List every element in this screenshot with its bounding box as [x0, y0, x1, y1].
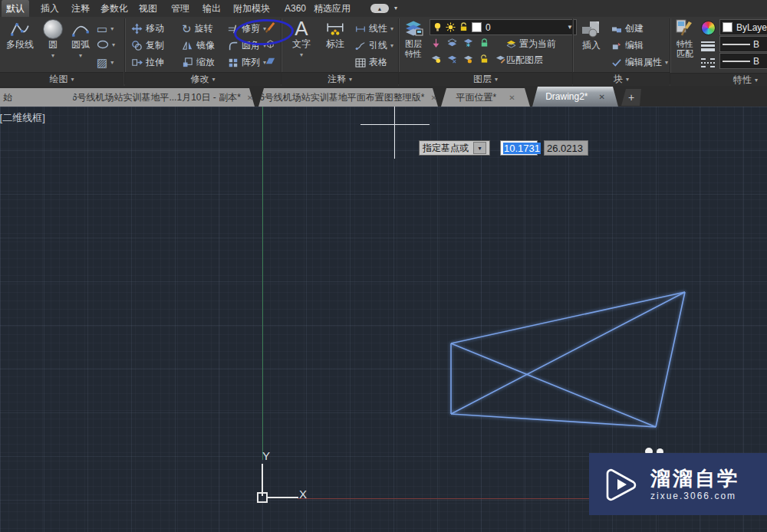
circle-button[interactable]: 圆 ▾	[41, 19, 64, 61]
object-color-dropdown[interactable]: ByLayer	[719, 19, 767, 35]
lineweight-dropdown[interactable]: B	[719, 36, 767, 52]
mirror-button[interactable]: 镜像	[182, 39, 215, 52]
panel-draw: 多段线 圆 ▾ 圆弧 ▾ ▭ ▾ ▾ ▨	[0, 17, 123, 86]
dimension-button[interactable]: 标注	[320, 18, 351, 49]
close-icon[interactable]: ✕	[430, 94, 436, 102]
set-current-button[interactable]: 置为当前	[506, 38, 556, 51]
new-tab-button[interactable]: +	[621, 89, 641, 106]
trim-button[interactable]: 修剪 ▾	[228, 22, 266, 35]
hatch-tool-button[interactable]: ▨ ▾	[97, 57, 114, 68]
menu-tab-addins[interactable]: 附加模块	[229, 0, 275, 17]
menu-tab-featured[interactable]: 精选应用	[309, 0, 355, 17]
move-button[interactable]: 移动	[131, 22, 164, 35]
linear-dim-icon	[355, 25, 366, 34]
ucs-origin-box	[257, 492, 268, 503]
region-icon	[265, 55, 276, 67]
layer-walk-icon[interactable]	[447, 54, 457, 64]
ellipse-icon	[97, 40, 109, 49]
panel-annotate: A 文字 ▾ 标注 线性 ▾ 引线 ▾	[281, 17, 398, 86]
layers-icon	[403, 18, 423, 38]
arc-button[interactable]: 圆弧 ▾	[67, 19, 94, 61]
match-properties-button[interactable]: 特性 匹配	[672, 18, 698, 58]
match-layer-button[interactable]: 匹配图层	[506, 54, 543, 67]
rectangle-tool-button[interactable]: ▭ ▾	[97, 23, 114, 34]
layer-freeze-icon[interactable]	[463, 38, 473, 48]
drawing-canvas[interactable]: ][二维线框] 指定基点或 ▾ 10.1731 26.0213 Y X	[0, 107, 767, 532]
menu-tab-a360[interactable]: A360	[280, 0, 311, 17]
set-current-icon	[506, 39, 516, 49]
layer-match-icon[interactable]	[495, 54, 505, 64]
linetype-dropdown[interactable]: B	[719, 53, 767, 69]
close-icon[interactable]: ✕	[598, 93, 604, 101]
leader-button[interactable]: 引线 ▾	[355, 39, 393, 52]
rotate-icon: ↻	[182, 23, 192, 34]
file-tab-2[interactable]: 6号线机场站实训基地平面布置图整理版* ✕	[258, 88, 438, 107]
ucs-x-label: X	[299, 488, 307, 501]
stretch-button[interactable]: 拉伸	[131, 56, 164, 69]
ribbon-collapse-caret[interactable]: ▾	[390, 0, 402, 17]
dimension-icon	[325, 18, 345, 38]
lineweight-button[interactable]	[701, 40, 715, 53]
layer-unisolate-icon[interactable]	[447, 38, 457, 48]
scale-button[interactable]: 缩放	[182, 56, 215, 69]
copy-button[interactable]: 复制	[131, 39, 164, 52]
menu-tab-view[interactable]: 视图	[134, 0, 162, 17]
circle-icon	[43, 19, 63, 39]
text-button[interactable]: A 文字 ▾	[288, 18, 315, 60]
layer-unlock2-icon[interactable]	[479, 54, 489, 64]
chevron-down-icon: ▾	[349, 76, 352, 83]
edit-attributes-button[interactable]: 编辑属性 ▾	[611, 56, 668, 69]
erase-button[interactable]	[265, 21, 276, 33]
panel-properties: 特性 匹配 ByLayer B B 特性 ▾	[670, 17, 767, 86]
ellipse-tool-button[interactable]: ▾	[97, 40, 115, 49]
layer-unlock-icon	[459, 22, 468, 32]
create-block-icon	[611, 25, 622, 34]
linear-dim-button[interactable]: 线性 ▾	[355, 22, 393, 35]
layer-lock-icon[interactable]	[479, 38, 489, 48]
table-button[interactable]: 表格	[355, 56, 387, 69]
layer-off-icon[interactable]	[431, 54, 441, 64]
polyline-button[interactable]: 多段线	[2, 19, 38, 50]
file-tab-1[interactable]: 6号线机场站实训基地平...1月10日 - 副本* ✕	[71, 88, 255, 107]
insert-block-button[interactable]: 插入	[578, 20, 605, 51]
rotate-button[interactable]: ↻ 旋转	[182, 22, 213, 35]
fillet-button[interactable]: 圆角 ▾	[228, 39, 266, 52]
rectangle-icon: ▭	[97, 23, 107, 34]
close-icon[interactable]: ✕	[509, 94, 515, 102]
linetype-button[interactable]	[701, 57, 715, 70]
menu-tab-annotate[interactable]: 注释	[67, 0, 94, 17]
create-block-button[interactable]: 创建	[611, 22, 644, 35]
panel-label-draw[interactable]: 绘图 ▾	[0, 72, 123, 86]
layer-vp-freeze-icon[interactable]	[463, 54, 473, 64]
erase-brush-icon	[265, 21, 276, 33]
layer-color-swatch	[472, 22, 482, 32]
panel-label-properties[interactable]: 特性 ▾	[670, 73, 767, 86]
layer-properties-button[interactable]: 图层 特性	[400, 18, 426, 58]
region-button[interactable]	[265, 55, 276, 67]
panel-label-annotate[interactable]: 注释 ▾	[281, 72, 398, 86]
panel-label-block[interactable]: 块 ▾	[573, 72, 670, 86]
layer-isolate-icon[interactable]	[431, 38, 441, 48]
ribbon-collapse-button[interactable]: ▲	[370, 4, 389, 13]
menu-tab-output[interactable]: 输出	[198, 0, 225, 17]
text-icon: A	[295, 18, 308, 38]
menu-tab-home[interactable]: 默认	[2, 0, 29, 17]
panel-label-layers[interactable]: 图层 ▾	[399, 72, 572, 86]
color-picker-button[interactable]	[701, 21, 716, 35]
menu-tab-insert[interactable]: 插入	[36, 0, 64, 17]
edit-attributes-icon	[611, 58, 622, 67]
file-tab-3[interactable]: 平面位置* ✕	[441, 88, 530, 107]
insert-block-icon	[581, 20, 602, 40]
current-layer-name: 0	[486, 22, 491, 33]
menu-tab-manage[interactable]: 管理	[166, 0, 194, 17]
panel-label-modify[interactable]: 修改 ▾	[125, 72, 281, 86]
explode-button[interactable]	[265, 38, 276, 50]
file-tab-drawing2[interactable]: Drawing2* ✕	[532, 87, 618, 107]
chevron-down-icon: ▾	[755, 77, 758, 84]
close-icon[interactable]: ✕	[247, 94, 253, 102]
edit-block-button[interactable]: 编辑	[611, 39, 644, 52]
menu-tab-parametric[interactable]: 参数化	[96, 0, 133, 17]
layer-dropdown[interactable]: 0 ▼	[430, 19, 577, 35]
array-button[interactable]: 阵列 ▾	[228, 56, 266, 69]
match-properties-icon	[675, 18, 695, 38]
